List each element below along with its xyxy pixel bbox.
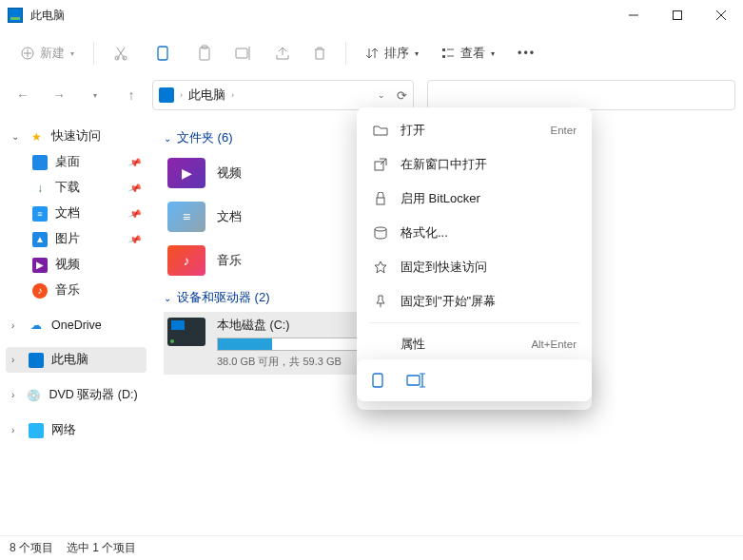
address-bar[interactable]: › 此电脑 › ⌄ ⟳ [152, 80, 414, 110]
sidebar-item-label: 视频 [55, 257, 80, 273]
folder-label: 视频 [217, 165, 242, 182]
delete-button[interactable] [303, 40, 336, 67]
recent-button[interactable]: ▾ [80, 80, 110, 110]
ctx-open-new-window[interactable]: 在新窗口中打开 [362, 147, 586, 182]
disk-icon [372, 224, 389, 241]
star-outline-icon [372, 259, 389, 276]
thispc-icon [29, 353, 44, 368]
breadcrumb-root[interactable]: 此电脑 [188, 87, 225, 104]
sidebar-item-label: 图片 [55, 231, 80, 247]
chevron-right-icon: › [11, 355, 21, 365]
maximize-button[interactable] [655, 0, 699, 30]
sidebar-item-label: 下载 [55, 180, 80, 196]
sidebar: ⌄ ★ 快速访问 桌面 📌 ↓ 下载 📌 ≡ 文档 📌 ▲ 图片 [0, 114, 152, 535]
blank-icon [372, 336, 389, 353]
minimize-button[interactable] [612, 0, 655, 30]
sidebar-item-label: 网络 [51, 422, 76, 438]
ctx-pin-quick[interactable]: 固定到快速访问 [362, 250, 586, 284]
sidebar-item-downloads[interactable]: ↓ 下载 📌 [6, 175, 147, 201]
svg-rect-14 [442, 48, 445, 51]
status-bar: 8 个项目 选中 1 个项目 [0, 535, 743, 560]
sidebar-item-onedrive[interactable]: › ☁ OneDrive [6, 313, 147, 338]
svg-rect-1 [674, 11, 682, 20]
open-external-icon [372, 156, 389, 173]
network-icon [29, 423, 44, 438]
refresh-icon[interactable]: ⟳ [397, 88, 407, 103]
pin-icon: 📌 [127, 206, 142, 220]
sidebar-item-documents[interactable]: ≡ 文档 📌 [6, 201, 147, 226]
chevron-down-icon[interactable]: ⌄ [378, 90, 385, 100]
rename-button[interactable] [406, 371, 425, 390]
sort-button[interactable]: 排序 ▾ [356, 40, 428, 68]
download-icon: ↓ [32, 181, 48, 196]
ctx-label: 启用 BitLocker [401, 190, 577, 207]
document-icon: ≡ [32, 206, 48, 222]
videos-folder-icon: ▶ [167, 158, 205, 188]
view-button[interactable]: 查看 ▾ [432, 40, 504, 68]
sidebar-item-label: 音乐 [55, 282, 80, 299]
svg-rect-15 [442, 55, 445, 58]
sidebar-item-quick-access[interactable]: ⌄ ★ 快速访问 [6, 124, 147, 149]
drive-subtext: 38.0 GB 可用，共 59.3 GB [217, 355, 369, 369]
ctx-properties[interactable]: 属性 Alt+Enter [362, 327, 586, 361]
back-button[interactable]: ← [8, 80, 38, 110]
videos-icon: ▶ [32, 258, 48, 273]
copy-button[interactable] [368, 371, 387, 390]
sidebar-item-videos[interactable]: ▶ 视频 [6, 252, 147, 278]
rename-button[interactable] [225, 40, 262, 67]
sort-label: 排序 [384, 46, 409, 62]
ctx-label: 固定到"开始"屏幕 [401, 293, 577, 310]
ctx-pin-start[interactable]: 固定到"开始"屏幕 [362, 284, 586, 319]
share-button[interactable] [265, 40, 300, 67]
sidebar-item-network[interactable]: › 网络 [6, 417, 147, 443]
sidebar-item-music[interactable]: ♪ 音乐 [6, 278, 147, 303]
separator [368, 322, 580, 323]
mini-toolbar [357, 359, 592, 401]
search-input[interactable] [427, 80, 735, 110]
separator [345, 42, 346, 65]
chevron-down-icon: ▾ [415, 49, 419, 58]
breadcrumb-chevron: › [231, 90, 234, 100]
folder-label: 文档 [217, 209, 242, 225]
disc-icon: 💿 [27, 388, 41, 403]
chevron-down-icon: ⌄ [164, 293, 171, 303]
pin-icon: 📌 [127, 155, 142, 168]
cloud-icon: ☁ [29, 318, 44, 333]
window-title: 此电脑 [30, 8, 612, 24]
svg-point-20 [375, 227, 386, 231]
folder-open-icon [372, 122, 389, 139]
sidebar-item-thispc[interactable]: › 此电脑 [6, 347, 147, 373]
copy-button[interactable] [142, 39, 184, 68]
sidebar-item-dvd[interactable]: › 💿 DVD 驱动器 (D:) CP [6, 382, 147, 408]
folder-label: 音乐 [217, 253, 242, 269]
status-item-count: 8 个项目 [10, 540, 53, 556]
sidebar-item-label: OneDrive [51, 319, 102, 332]
chevron-down-icon: ⌄ [164, 133, 171, 144]
ctx-open[interactable]: 打开 Enter [362, 113, 586, 147]
music-icon: ♪ [32, 283, 48, 299]
new-button[interactable]: 新建 ▾ [11, 40, 84, 68]
ctx-bitlocker[interactable]: 启用 BitLocker [362, 182, 586, 216]
drive-name: 本地磁盘 (C:) [217, 318, 369, 334]
chevron-down-icon: ▾ [70, 49, 74, 58]
forward-button[interactable]: → [44, 80, 74, 110]
svg-rect-10 [200, 48, 209, 60]
thispc-icon [159, 87, 174, 103]
svg-rect-12 [236, 48, 247, 58]
separator [93, 42, 94, 65]
paste-button[interactable] [187, 39, 222, 68]
sidebar-item-desktop[interactable]: 桌面 📌 [6, 149, 147, 175]
close-button[interactable] [699, 0, 743, 30]
desktop-icon [32, 155, 48, 170]
sidebar-item-label: 文档 [55, 205, 80, 222]
toolbar: 新建 ▾ 排序 ▾ 查看 ▾ ••• [0, 30, 743, 76]
up-button[interactable]: ↑ [116, 80, 147, 110]
sidebar-item-pictures[interactable]: ▲ 图片 📌 [6, 226, 147, 252]
ctx-accel: Alt+Enter [531, 338, 577, 350]
more-button[interactable]: ••• [508, 41, 545, 66]
cut-button[interactable] [104, 40, 138, 67]
ctx-format[interactable]: 格式化... [362, 216, 586, 250]
pin-icon [372, 293, 389, 310]
ctx-label: 固定到快速访问 [401, 259, 577, 276]
lock-icon [372, 190, 389, 207]
